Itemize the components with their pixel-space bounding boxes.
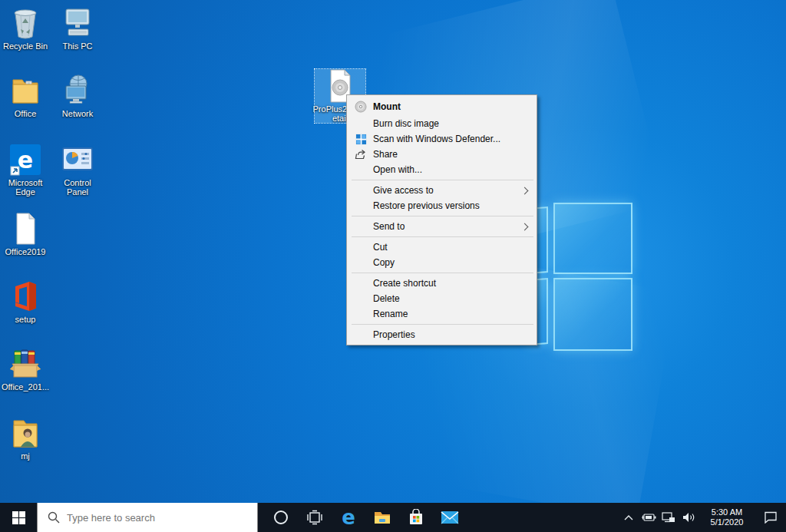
mail-button[interactable] — [433, 503, 467, 532]
ethernet-network-icon — [662, 512, 675, 523]
desktop-icon-office-201[interactable]: Office_201... — [0, 347, 51, 392]
desktop-icon-label: Control Panel — [52, 178, 103, 197]
wallpaper-logo-pane — [553, 203, 632, 274]
control-panel-icon — [61, 143, 94, 177]
menu-item-rename[interactable]: Rename — [347, 306, 537, 322]
file-explorer-icon — [373, 510, 391, 525]
menu-item-give-access-to[interactable]: Give access to — [347, 183, 537, 198]
desktop-icon-label: mj — [21, 451, 30, 461]
clock-date: 5/1/2020 — [703, 517, 751, 527]
blank-icon-slot — [353, 308, 368, 320]
this-pc-icon — [61, 6, 94, 40]
desktop-icon-control-panel[interactable]: Control Panel — [52, 143, 103, 197]
menu-item-copy[interactable]: Copy — [347, 255, 537, 270]
speaker-icon — [682, 512, 695, 523]
menu-item-restore-previous-versions[interactable]: Restore previous versions — [347, 198, 537, 213]
taskbar: e — [0, 503, 786, 532]
menu-separator — [352, 180, 533, 180]
menu-separator — [352, 236, 533, 237]
software-box-icon — [8, 347, 42, 381]
menu-item-open-with[interactable]: Open with... — [347, 162, 537, 177]
taskbar-clock[interactable]: 5:30 AM 5/1/2020 — [703, 507, 751, 527]
chevron-up-icon — [624, 514, 633, 520]
desktop-icon-office-folder[interactable]: Office — [0, 74, 51, 118]
tray-overflow-button[interactable] — [619, 503, 639, 532]
task-view-button[interactable] — [298, 503, 332, 532]
desktop-icon-label: Office — [15, 109, 37, 118]
cortana-button[interactable] — [264, 503, 298, 532]
svg-text:e: e — [18, 147, 33, 173]
desktop-icon-office2019[interactable]: Office2019 — [0, 212, 51, 256]
task-view-icon — [307, 510, 322, 525]
menu-item-create-shortcut[interactable]: Create shortcut — [347, 276, 537, 291]
chevron-right-icon — [521, 223, 529, 230]
windows-logo-icon — [12, 511, 25, 524]
volume-button[interactable] — [679, 503, 698, 532]
blank-icon-slot — [353, 184, 368, 197]
blank-icon-slot — [353, 220, 368, 233]
menu-item-delete[interactable]: Delete — [347, 291, 537, 306]
desktop-icon-network[interactable]: Network — [52, 74, 103, 118]
blank-icon-slot — [353, 292, 368, 305]
blank-icon-slot — [353, 329, 368, 341]
clock-time: 5:30 AM — [703, 507, 751, 517]
battery-status-button[interactable] — [639, 503, 659, 532]
desktop-icon-microsoft-edge[interactable]: e Microsoft Edge — [0, 143, 51, 197]
search-input[interactable] — [38, 503, 257, 532]
cortana-icon — [273, 510, 289, 525]
microsoft-store-button[interactable] — [399, 503, 433, 532]
store-icon — [408, 509, 424, 526]
desktop-icon-label: This PC — [62, 41, 92, 51]
blank-icon-slot — [353, 117, 368, 130]
menu-item-share[interactable]: Share — [347, 147, 537, 162]
taskbar-search-box[interactable] — [37, 503, 258, 532]
battery-charging-icon — [641, 513, 656, 522]
wallpaper-logo-pane — [553, 278, 632, 351]
menu-separator — [352, 273, 533, 273]
desktop-icon-label: Office_201... — [2, 382, 49, 392]
office-setup-icon — [8, 279, 42, 313]
menu-separator — [352, 216, 533, 216]
folder-icon — [8, 74, 42, 107]
menu-separator — [352, 324, 533, 325]
menu-item-cut[interactable]: Cut — [347, 240, 537, 255]
blank-icon-slot — [353, 241, 368, 253]
context-menu: Mount Burn disc image Scan with Windows … — [346, 94, 537, 345]
menu-item-scan-with-windows-defender[interactable]: Scan with Windows Defender... — [347, 131, 537, 147]
mail-icon — [441, 511, 459, 524]
file-explorer-button[interactable] — [365, 503, 399, 532]
desktop-icon-recycle-bin[interactable]: Recycle Bin — [0, 6, 51, 51]
disc-icon — [353, 101, 368, 113]
desktop[interactable]: Recycle Bin This PC Office — [0, 0, 786, 503]
desktop-icon-label: Recycle Bin — [3, 41, 48, 51]
edge-icon: e — [8, 143, 42, 177]
action-center-icon — [764, 511, 778, 524]
edge-icon: e — [342, 507, 355, 527]
network-status-button[interactable] — [659, 503, 679, 532]
desktop-icon-setup[interactable]: setup — [0, 279, 51, 324]
blank-icon-slot — [353, 200, 368, 212]
windows-defender-icon — [353, 133, 368, 145]
blank-icon-slot — [353, 256, 368, 269]
desktop-icon-label: setup — [15, 315, 36, 324]
desktop-icon-this-pc[interactable]: This PC — [52, 6, 103, 51]
desktop-icon-label: Office2019 — [5, 247, 45, 256]
network-icon — [61, 74, 94, 107]
desktop-icon-label: Microsoft Edge — [0, 178, 51, 197]
blank-icon-slot — [353, 277, 368, 289]
start-button[interactable] — [0, 503, 37, 532]
menu-item-send-to[interactable]: Send to — [347, 219, 537, 234]
chevron-right-icon — [521, 187, 529, 194]
blank-icon-slot — [353, 164, 368, 176]
search-icon — [48, 511, 60, 524]
edge-taskbar-button[interactable]: e — [332, 503, 365, 532]
menu-item-burn-disc-image[interactable]: Burn disc image — [347, 116, 537, 131]
action-center-button[interactable] — [755, 503, 786, 532]
menu-item-mount[interactable]: Mount — [347, 97, 537, 116]
desktop-icon-label: Network — [62, 109, 93, 118]
menu-item-properties[interactable]: Properties — [347, 327, 537, 342]
document-icon — [8, 212, 42, 246]
system-tray: 5:30 AM 5/1/2020 — [619, 503, 786, 532]
desktop-icon-mj[interactable]: mj — [0, 416, 51, 461]
user-folder-icon — [8, 416, 42, 450]
